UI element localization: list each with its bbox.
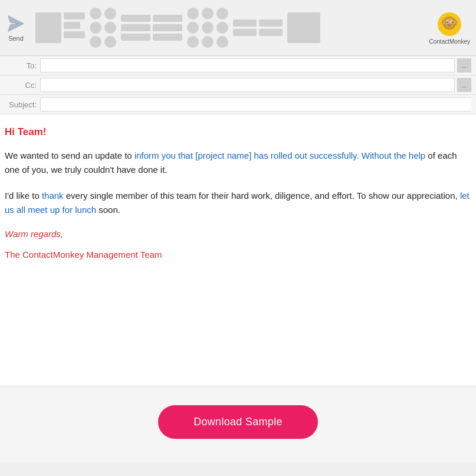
download-section: Download Sample <box>0 386 476 462</box>
toolbar-group-2 <box>90 8 116 48</box>
toolbar-icon-4 <box>64 31 85 38</box>
to-label: To: <box>5 61 40 70</box>
toolbar-icon-c2 <box>202 8 214 19</box>
toolbar-icon-rect-3 <box>121 24 150 31</box>
toolbar-icon-circle-1 <box>90 8 101 19</box>
subject-label: Subject: <box>5 100 40 109</box>
toolbar-icon-1 <box>35 12 61 43</box>
toolbar-icon-c3 <box>216 8 228 19</box>
toolbar-icon-rect-5 <box>121 34 150 41</box>
toolbar-icon-r1 <box>233 19 257 27</box>
para2-text-3: soon. <box>96 205 120 215</box>
send-button[interactable]: Send <box>6 14 26 42</box>
para2-text-2: every single member of this team for the… <box>64 191 460 201</box>
svg-marker-0 <box>8 16 24 31</box>
para2-text-1: I'd like to <box>5 191 42 201</box>
contactmonkey-label: ContactMonkey <box>429 38 470 45</box>
toolbar-icon-c5 <box>202 22 214 34</box>
to-input[interactable] <box>40 58 455 73</box>
toolbar-group-3 <box>121 15 182 41</box>
svg-point-11 <box>443 20 446 24</box>
toolbar-icon-large <box>287 12 320 43</box>
email-body: Hi Team! We wanted to send an update to … <box>0 114 476 386</box>
toolbar-icon-2 <box>64 12 85 19</box>
para1-text-1: We wanted to send an update to <box>5 150 134 160</box>
cc-field-row: Cc: … <box>0 75 476 95</box>
toolbar-group-5 <box>233 19 283 36</box>
toolbar-icon-c1 <box>187 8 199 19</box>
cc-input[interactable] <box>40 78 455 92</box>
toolbar-icon-c8 <box>202 36 214 48</box>
toolbar-icon-c6 <box>216 22 228 34</box>
toolbar-icon-r4 <box>259 29 283 36</box>
toolbar-icon-groups <box>35 8 429 48</box>
toolbar-icon-r2 <box>259 19 283 27</box>
toolbar-icon-circle-2 <box>104 8 116 19</box>
send-plane-icon <box>6 14 26 34</box>
email-paragraph-1: We wanted to send an update to inform yo… <box>5 149 471 177</box>
svg-point-6 <box>447 21 448 22</box>
toolbar-group-1 <box>35 12 85 43</box>
svg-point-12 <box>454 20 457 24</box>
cc-picker-button[interactable]: … <box>457 78 471 92</box>
download-sample-button[interactable]: Download Sample <box>158 405 318 439</box>
toolbar-icon-c7 <box>187 36 199 48</box>
email-warm-regards: Warm regards, <box>5 229 471 239</box>
toolbar-icon-3 <box>64 22 80 29</box>
contactmonkey-branding: ContactMonkey <box>429 11 470 45</box>
toolbar-icon-c4 <box>187 22 199 34</box>
toolbar-icon-r3 <box>233 29 257 36</box>
toolbar-icon-circle-3 <box>90 22 101 34</box>
email-greeting: Hi Team! <box>5 126 471 138</box>
toolbar-icon-rect-4 <box>153 24 182 31</box>
para1-link-1: inform you that [project name] has rolle… <box>134 150 425 160</box>
toolbar-group-6 <box>287 12 320 43</box>
to-field-row: To: … <box>0 56 476 75</box>
subject-field-row: Subject: <box>0 95 476 114</box>
toolbar: Send <box>0 0 476 56</box>
toolbar-icon-rect-6 <box>153 34 182 41</box>
to-picker-button[interactable]: … <box>457 58 471 73</box>
toolbar-icon-circle-6 <box>104 36 116 48</box>
para2-link-1: thank <box>42 191 64 201</box>
email-form: To: … Cc: … Subject: <box>0 56 476 114</box>
toolbar-icon-circle-5 <box>90 36 101 48</box>
toolbar-icon-c9 <box>216 36 228 48</box>
toolbar-icon-rect-1 <box>121 15 150 22</box>
subject-input[interactable] <box>40 97 471 111</box>
svg-point-8 <box>447 24 452 27</box>
toolbar-icon-rect-2 <box>153 15 182 22</box>
cc-label: Cc: <box>5 81 40 90</box>
toolbar-icon-circle-4 <box>104 22 116 34</box>
toolbar-group-4 <box>187 8 228 48</box>
contactmonkey-logo-icon <box>436 11 462 37</box>
send-label: Send <box>8 35 24 42</box>
email-paragraph-2: I'd like to thank every single member of… <box>5 189 471 217</box>
email-signature: The ContactMonkey Management Team <box>5 250 471 260</box>
